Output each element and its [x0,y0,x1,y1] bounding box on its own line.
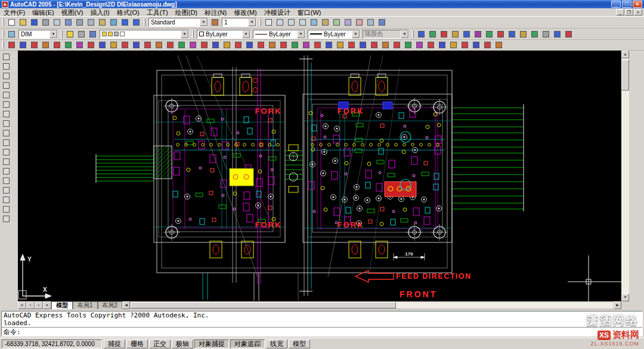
vscroll-up-icon[interactable]: ▲ [621,51,629,58]
lineweight-combo[interactable]: ByLayer ▼ [308,30,360,39]
chevron-down-icon[interactable]: ▼ [352,30,360,38]
die-design-tool-18-icon[interactable] [199,40,210,50]
express-tool-12-icon[interactable] [540,29,552,39]
die-design-tool-38-icon[interactable] [425,40,436,50]
express-tool-9-icon[interactable] [506,29,518,39]
drawing-canvas[interactable]: FORKFORKFORKFORKFEED DIRECTIONFRONT170YX [18,51,621,301]
toolbar-grip[interactable] [61,30,63,38]
dim-style-combo[interactable]: DIM ▼ [18,30,58,39]
quickcalc-icon[interactable] [365,18,376,27]
die-design-tool-6-icon[interactable] [63,40,74,50]
rectangle-icon[interactable] [1,90,12,99]
tab-nav-last-icon[interactable]: » [43,301,51,309]
command-text-area[interactable]: AutoCAD Express Tools Copyright ?2000 Au… [1,311,643,336]
chevron-down-icon[interactable]: ▼ [248,18,256,26]
toolbar-grip[interactable] [2,30,4,38]
die-design-tool-28-icon[interactable] [312,40,323,50]
express-tool-11-icon[interactable] [529,29,540,39]
die-design-tool-16-icon[interactable] [176,40,187,50]
die-design-tool-9-icon[interactable] [97,40,108,50]
toolbar-grip[interactable] [259,18,261,26]
make-block-icon[interactable] [1,166,12,176]
status-toggle-0[interactable]: 捕捉 [104,339,125,348]
die-design-tool-17-icon[interactable] [187,40,199,50]
doc-minimize-button[interactable]: _ [616,9,624,15]
scale-combo[interactable]: 1 ▼ [222,18,256,27]
region-icon[interactable] [1,204,12,214]
die-design-tool-42-icon[interactable] [470,40,482,50]
layer-states-icon[interactable] [87,29,98,39]
command-prompt[interactable]: 命令: [4,328,21,336]
status-toggle-1[interactable]: 栅格 [126,339,148,348]
status-toggle-4[interactable]: 对象捕捉 [194,339,229,348]
die-design-tool-24-icon[interactable] [267,40,278,50]
mtext-icon[interactable] [1,214,12,223]
insert-block-icon[interactable] [1,157,12,166]
brush-icon[interactable] [209,18,221,27]
menu-item-5[interactable]: 工具(T) [143,8,172,17]
express-tool-13-icon[interactable] [552,29,563,39]
die-design-tool-7-icon[interactable] [74,40,85,50]
express-tool-8-icon[interactable] [495,29,506,39]
die-design-tool-25-icon[interactable] [278,40,289,50]
plot-icon[interactable] [40,18,51,27]
express-tool-4-icon[interactable] [450,29,461,39]
hscroll-left-icon[interactable]: ◀ [122,301,130,309]
chevron-down-icon[interactable]: ▼ [297,30,305,38]
vscroll-thumb[interactable] [621,60,629,91]
qnew-icon[interactable] [6,18,17,27]
spline-icon[interactable] [1,128,12,138]
hscroll-thumb[interactable] [131,302,396,309]
menu-item-0[interactable]: 文件(F) [0,8,29,17]
die-design-tool-4-icon[interactable] [40,40,51,50]
die-design-tool-35-icon[interactable] [391,40,402,50]
die-design-tool-33-icon[interactable] [369,40,380,50]
hscroll-right-icon[interactable]: ▶ [614,301,621,309]
die-design-tool-40-icon[interactable] [448,40,459,50]
menu-item-8[interactable]: 修改(M) [230,8,261,17]
die-design-tool-30-icon[interactable] [335,40,346,50]
tab-model[interactable]: 模型 [51,301,73,309]
express-tool-10-icon[interactable] [518,29,529,39]
ellipse-arc-icon[interactable] [1,147,12,157]
zoom-previous-icon[interactable] [297,18,308,27]
layer-previous-icon[interactable] [76,29,87,39]
die-design-tool-27-icon[interactable] [301,40,312,50]
vscroll-down-icon[interactable]: ▼ [621,294,629,301]
chevron-down-icon[interactable]: ▼ [49,30,57,38]
express-tool-3-icon[interactable] [438,29,450,39]
tab-nav-first-icon[interactable]: « [18,301,26,309]
redo-icon[interactable] [131,18,142,27]
status-toggle-7[interactable]: 模型 [289,339,310,348]
gradient-icon[interactable] [1,195,12,204]
express-tool-5-icon[interactable] [461,29,472,39]
paste-icon[interactable] [97,18,108,27]
menu-item-3[interactable]: 插入(I) [86,8,113,17]
die-design-tool-11-icon[interactable] [119,40,131,50]
die-design-tool-32-icon[interactable] [357,40,369,50]
layers-icon[interactable] [64,29,76,39]
copy-icon[interactable] [85,18,97,27]
match-properties-icon[interactable] [108,18,119,27]
die-design-tool-1-icon[interactable] [6,40,17,50]
die-design-tool-43-icon[interactable] [482,40,493,50]
die-design-tool-12-icon[interactable] [131,40,142,50]
polygon-icon[interactable] [1,80,12,90]
close-button[interactable]: × [633,1,642,8]
die-design-tool-31-icon[interactable] [346,40,357,50]
markup-set-manager-icon[interactable] [354,18,365,27]
die-design-tool-14-icon[interactable] [153,40,165,50]
express-tool-6-icon[interactable] [472,29,484,39]
toolbar-grip[interactable] [144,18,145,26]
die-design-tool-20-icon[interactable] [221,40,233,50]
point-icon[interactable] [1,176,12,185]
menu-item-7[interactable]: 标注(N) [201,8,230,17]
die-design-tool-3-icon[interactable] [29,40,40,50]
ellipse-icon[interactable] [1,138,12,147]
menu-item-2[interactable]: 视图(V) [58,8,87,17]
undo-icon[interactable] [119,18,131,27]
die-design-tool-13-icon[interactable] [142,40,153,50]
die-design-tool-19-icon[interactable] [210,40,221,50]
tool-palettes-icon[interactable] [331,18,342,27]
die-design-tool-2-icon[interactable] [17,40,29,50]
